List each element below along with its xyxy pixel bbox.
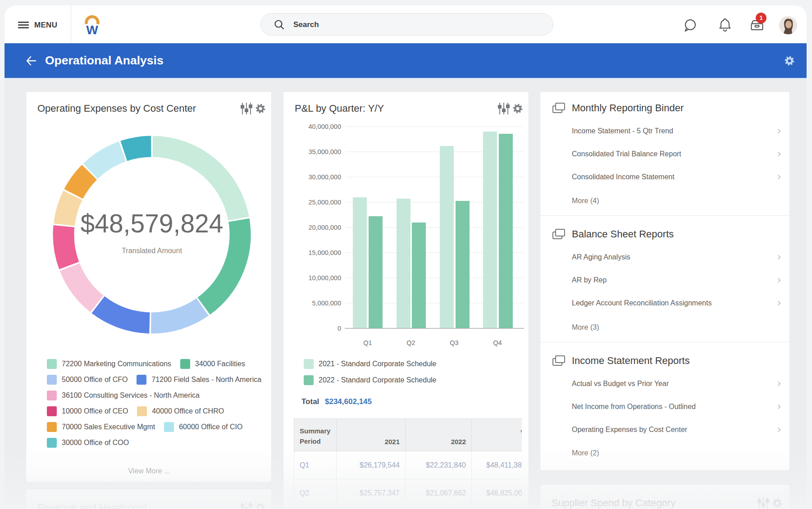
svg-text:40,000,000: 40,000,000 [308, 123, 341, 130]
svg-text:25,000,000: 25,000,000 [308, 199, 341, 206]
svg-text:35,000,000: 35,000,000 [308, 148, 341, 155]
svg-text:Q3: Q3 [450, 339, 458, 346]
svg-text:15,000,000: 15,000,000 [308, 249, 341, 256]
svg-text:Q1: Q1 [363, 339, 372, 346]
svg-text:W: W [86, 23, 98, 37]
svg-text:20,000,000: 20,000,000 [308, 224, 341, 231]
svg-text:10,000,000: 10,000,000 [308, 274, 341, 282]
svg-text:30,000,000: 30,000,000 [308, 173, 341, 181]
svg-text:5,000,000: 5,000,000 [312, 300, 341, 307]
svg-text:Q2: Q2 [406, 339, 415, 346]
svg-text:Q4: Q4 [493, 339, 502, 346]
svg-text:0: 0 [338, 325, 341, 332]
